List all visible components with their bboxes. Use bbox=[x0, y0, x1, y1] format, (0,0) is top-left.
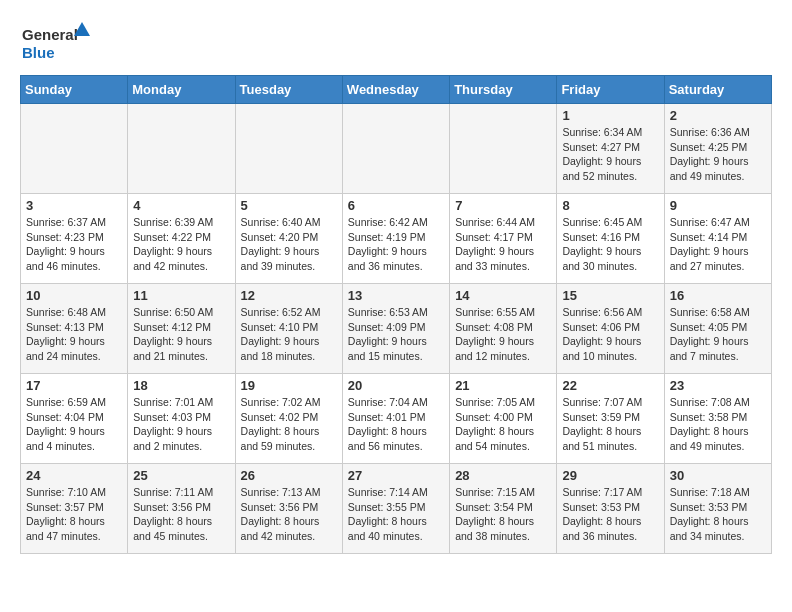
day-number: 9 bbox=[670, 198, 766, 213]
day-info: Sunrise: 6:50 AM Sunset: 4:12 PM Dayligh… bbox=[133, 305, 229, 364]
day-info: Sunrise: 6:34 AM Sunset: 4:27 PM Dayligh… bbox=[562, 125, 658, 184]
calendar-cell: 30Sunrise: 7:18 AM Sunset: 3:53 PM Dayli… bbox=[664, 464, 771, 554]
day-number: 14 bbox=[455, 288, 551, 303]
day-number: 22 bbox=[562, 378, 658, 393]
day-of-week-row: SundayMondayTuesdayWednesdayThursdayFrid… bbox=[21, 76, 772, 104]
day-number: 30 bbox=[670, 468, 766, 483]
calendar-cell: 13Sunrise: 6:53 AM Sunset: 4:09 PM Dayli… bbox=[342, 284, 449, 374]
svg-text:Blue: Blue bbox=[22, 44, 55, 61]
calendar-cell: 9Sunrise: 6:47 AM Sunset: 4:14 PM Daylig… bbox=[664, 194, 771, 284]
calendar-cell: 26Sunrise: 7:13 AM Sunset: 3:56 PM Dayli… bbox=[235, 464, 342, 554]
calendar-cell bbox=[235, 104, 342, 194]
day-info: Sunrise: 7:07 AM Sunset: 3:59 PM Dayligh… bbox=[562, 395, 658, 454]
day-header-wednesday: Wednesday bbox=[342, 76, 449, 104]
calendar-cell: 28Sunrise: 7:15 AM Sunset: 3:54 PM Dayli… bbox=[450, 464, 557, 554]
day-number: 13 bbox=[348, 288, 444, 303]
calendar-cell: 20Sunrise: 7:04 AM Sunset: 4:01 PM Dayli… bbox=[342, 374, 449, 464]
day-number: 5 bbox=[241, 198, 337, 213]
calendar-cell: 27Sunrise: 7:14 AM Sunset: 3:55 PM Dayli… bbox=[342, 464, 449, 554]
calendar-cell: 16Sunrise: 6:58 AM Sunset: 4:05 PM Dayli… bbox=[664, 284, 771, 374]
day-info: Sunrise: 7:08 AM Sunset: 3:58 PM Dayligh… bbox=[670, 395, 766, 454]
calendar-cell: 10Sunrise: 6:48 AM Sunset: 4:13 PM Dayli… bbox=[21, 284, 128, 374]
day-number: 7 bbox=[455, 198, 551, 213]
day-header-sunday: Sunday bbox=[21, 76, 128, 104]
day-number: 10 bbox=[26, 288, 122, 303]
day-info: Sunrise: 6:36 AM Sunset: 4:25 PM Dayligh… bbox=[670, 125, 766, 184]
calendar-cell: 25Sunrise: 7:11 AM Sunset: 3:56 PM Dayli… bbox=[128, 464, 235, 554]
calendar-cell: 4Sunrise: 6:39 AM Sunset: 4:22 PM Daylig… bbox=[128, 194, 235, 284]
day-info: Sunrise: 7:05 AM Sunset: 4:00 PM Dayligh… bbox=[455, 395, 551, 454]
logo: General Blue bbox=[20, 20, 90, 65]
calendar-cell: 22Sunrise: 7:07 AM Sunset: 3:59 PM Dayli… bbox=[557, 374, 664, 464]
day-info: Sunrise: 6:52 AM Sunset: 4:10 PM Dayligh… bbox=[241, 305, 337, 364]
calendar-cell: 23Sunrise: 7:08 AM Sunset: 3:58 PM Dayli… bbox=[664, 374, 771, 464]
day-info: Sunrise: 7:18 AM Sunset: 3:53 PM Dayligh… bbox=[670, 485, 766, 544]
day-info: Sunrise: 6:39 AM Sunset: 4:22 PM Dayligh… bbox=[133, 215, 229, 274]
calendar-body: 1Sunrise: 6:34 AM Sunset: 4:27 PM Daylig… bbox=[21, 104, 772, 554]
day-info: Sunrise: 6:45 AM Sunset: 4:16 PM Dayligh… bbox=[562, 215, 658, 274]
calendar-cell: 11Sunrise: 6:50 AM Sunset: 4:12 PM Dayli… bbox=[128, 284, 235, 374]
day-number: 29 bbox=[562, 468, 658, 483]
day-info: Sunrise: 7:04 AM Sunset: 4:01 PM Dayligh… bbox=[348, 395, 444, 454]
day-header-tuesday: Tuesday bbox=[235, 76, 342, 104]
day-info: Sunrise: 7:13 AM Sunset: 3:56 PM Dayligh… bbox=[241, 485, 337, 544]
calendar-cell: 17Sunrise: 6:59 AM Sunset: 4:04 PM Dayli… bbox=[21, 374, 128, 464]
calendar-cell bbox=[342, 104, 449, 194]
day-info: Sunrise: 7:17 AM Sunset: 3:53 PM Dayligh… bbox=[562, 485, 658, 544]
day-number: 2 bbox=[670, 108, 766, 123]
calendar-cell: 19Sunrise: 7:02 AM Sunset: 4:02 PM Dayli… bbox=[235, 374, 342, 464]
day-info: Sunrise: 6:58 AM Sunset: 4:05 PM Dayligh… bbox=[670, 305, 766, 364]
calendar-table: SundayMondayTuesdayWednesdayThursdayFrid… bbox=[20, 75, 772, 554]
day-number: 16 bbox=[670, 288, 766, 303]
day-info: Sunrise: 6:48 AM Sunset: 4:13 PM Dayligh… bbox=[26, 305, 122, 364]
week-row-5: 24Sunrise: 7:10 AM Sunset: 3:57 PM Dayli… bbox=[21, 464, 772, 554]
calendar-cell: 8Sunrise: 6:45 AM Sunset: 4:16 PM Daylig… bbox=[557, 194, 664, 284]
week-row-2: 3Sunrise: 6:37 AM Sunset: 4:23 PM Daylig… bbox=[21, 194, 772, 284]
day-number: 11 bbox=[133, 288, 229, 303]
day-number: 8 bbox=[562, 198, 658, 213]
day-number: 21 bbox=[455, 378, 551, 393]
day-header-thursday: Thursday bbox=[450, 76, 557, 104]
calendar-cell: 6Sunrise: 6:42 AM Sunset: 4:19 PM Daylig… bbox=[342, 194, 449, 284]
day-number: 28 bbox=[455, 468, 551, 483]
calendar-cell: 1Sunrise: 6:34 AM Sunset: 4:27 PM Daylig… bbox=[557, 104, 664, 194]
day-number: 27 bbox=[348, 468, 444, 483]
logo-svg: General Blue bbox=[20, 20, 90, 65]
day-number: 3 bbox=[26, 198, 122, 213]
week-row-4: 17Sunrise: 6:59 AM Sunset: 4:04 PM Dayli… bbox=[21, 374, 772, 464]
day-number: 4 bbox=[133, 198, 229, 213]
day-info: Sunrise: 7:01 AM Sunset: 4:03 PM Dayligh… bbox=[133, 395, 229, 454]
calendar-cell: 7Sunrise: 6:44 AM Sunset: 4:17 PM Daylig… bbox=[450, 194, 557, 284]
calendar-cell bbox=[450, 104, 557, 194]
calendar-cell: 12Sunrise: 6:52 AM Sunset: 4:10 PM Dayli… bbox=[235, 284, 342, 374]
calendar-cell: 21Sunrise: 7:05 AM Sunset: 4:00 PM Dayli… bbox=[450, 374, 557, 464]
calendar-cell: 18Sunrise: 7:01 AM Sunset: 4:03 PM Dayli… bbox=[128, 374, 235, 464]
day-number: 24 bbox=[26, 468, 122, 483]
day-number: 23 bbox=[670, 378, 766, 393]
day-info: Sunrise: 6:55 AM Sunset: 4:08 PM Dayligh… bbox=[455, 305, 551, 364]
day-number: 26 bbox=[241, 468, 337, 483]
day-info: Sunrise: 6:44 AM Sunset: 4:17 PM Dayligh… bbox=[455, 215, 551, 274]
day-info: Sunrise: 6:42 AM Sunset: 4:19 PM Dayligh… bbox=[348, 215, 444, 274]
day-number: 20 bbox=[348, 378, 444, 393]
day-info: Sunrise: 7:11 AM Sunset: 3:56 PM Dayligh… bbox=[133, 485, 229, 544]
day-info: Sunrise: 6:47 AM Sunset: 4:14 PM Dayligh… bbox=[670, 215, 766, 274]
day-number: 12 bbox=[241, 288, 337, 303]
calendar-cell: 3Sunrise: 6:37 AM Sunset: 4:23 PM Daylig… bbox=[21, 194, 128, 284]
day-info: Sunrise: 7:14 AM Sunset: 3:55 PM Dayligh… bbox=[348, 485, 444, 544]
calendar-cell bbox=[128, 104, 235, 194]
day-number: 6 bbox=[348, 198, 444, 213]
calendar-cell bbox=[21, 104, 128, 194]
day-info: Sunrise: 6:59 AM Sunset: 4:04 PM Dayligh… bbox=[26, 395, 122, 454]
day-number: 19 bbox=[241, 378, 337, 393]
day-header-friday: Friday bbox=[557, 76, 664, 104]
calendar-cell: 15Sunrise: 6:56 AM Sunset: 4:06 PM Dayli… bbox=[557, 284, 664, 374]
day-number: 15 bbox=[562, 288, 658, 303]
svg-text:General: General bbox=[22, 26, 78, 43]
day-info: Sunrise: 6:53 AM Sunset: 4:09 PM Dayligh… bbox=[348, 305, 444, 364]
calendar-cell: 5Sunrise: 6:40 AM Sunset: 4:20 PM Daylig… bbox=[235, 194, 342, 284]
calendar-cell: 2Sunrise: 6:36 AM Sunset: 4:25 PM Daylig… bbox=[664, 104, 771, 194]
day-number: 17 bbox=[26, 378, 122, 393]
day-header-monday: Monday bbox=[128, 76, 235, 104]
week-row-3: 10Sunrise: 6:48 AM Sunset: 4:13 PM Dayli… bbox=[21, 284, 772, 374]
